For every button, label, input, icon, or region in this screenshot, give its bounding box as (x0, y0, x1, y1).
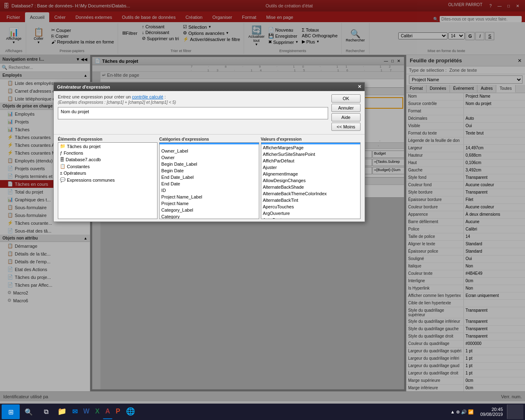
list-item[interactable]: AlignementImage (261, 171, 360, 177)
valeurs-col-label: Valeurs d'expression (261, 137, 361, 142)
list-item[interactable]: ƒFonctions (58, 150, 157, 156)
dialog-overlay: Générateur d'expression ✕ Entrez une exp… (0, 0, 525, 420)
expression-textbox[interactable]: Nom du projet (58, 107, 328, 119)
list-item[interactable]: 💬Expressions communes (58, 176, 157, 183)
clock-time: 20:45 (480, 407, 503, 412)
taskbar-powerpoint[interactable]: P (113, 404, 123, 419)
show-desktop-btn[interactable] (507, 404, 523, 419)
list-item[interactable]: Owner (160, 154, 258, 161)
taskbar-access[interactable]: A (103, 404, 113, 419)
list-item[interactable]: AllowDesignChanges (261, 177, 360, 184)
browser-icon: 🌐 (126, 407, 135, 416)
taskbar-browser[interactable]: 🌐 (123, 404, 137, 419)
taskbar-word[interactable]: W (81, 404, 92, 419)
dialog-body: Entrez une expression pour créer un cont… (54, 91, 365, 134)
list-item[interactable]: ApercuTouches (261, 203, 360, 210)
list-item[interactable]: Project Name (160, 200, 258, 207)
search-taskbar-btn[interactable]: 🔍 (21, 404, 37, 419)
list-item[interactable]: End Date_Label (160, 174, 258, 180)
list-item[interactable]: AfficherMargesPage (261, 144, 360, 151)
taskbar-excel[interactable]: X (93, 404, 102, 419)
elements-col-label: Éléments d'expression (58, 137, 158, 142)
categories-listbox[interactable]: Owner_LabelOwnerBegin Date_LabelBegin Da… (159, 142, 259, 219)
list-item[interactable]: AfficherSurSiteSharePoint (261, 151, 360, 158)
list-item[interactable]: AffichParDéfaut (261, 158, 360, 164)
list-item[interactable]: AlternateBackTint (261, 197, 360, 203)
annuler-btn[interactable]: Annuler (331, 104, 361, 112)
taskview-btn[interactable]: ⧉ (38, 404, 54, 419)
list-item[interactable]: ID (160, 187, 258, 194)
systray-icons: ▲ ⊕ 🔊 📶 (450, 409, 474, 415)
list-item[interactable]: 📋Constantes (58, 163, 157, 170)
aide-btn[interactable]: Aide (331, 113, 361, 121)
taskbar-explorer[interactable]: 📁 (55, 404, 69, 419)
outlook-icon: ✉ (72, 408, 78, 415)
taskbar-outlook[interactable]: ✉ (70, 404, 80, 419)
dialog-three-cols: Éléments d'expression 📁Tâches du projetƒ… (58, 137, 361, 219)
ok-btn[interactable]: OK (331, 94, 361, 103)
list-item[interactable]: AlternateBackShade (261, 184, 360, 190)
clock-date: 09/08/2019 (480, 412, 503, 417)
list-item[interactable]: ±Opérateurs (58, 170, 157, 176)
valeurs-listbox[interactable]: AfficherMargesPageAfficherSurSiteSharePo… (261, 142, 361, 219)
list-item[interactable]: Category_Label (160, 207, 258, 213)
dialog-desc: Entrez une expression pour créer un cont… (58, 94, 328, 99)
dialog-link[interactable]: contrôle calculé (132, 94, 163, 99)
list-item[interactable]: AlternateBackThemeColorIndex (261, 190, 360, 197)
explorer-icon: 📁 (57, 407, 66, 416)
list-item[interactable]: ArgOuverture (261, 210, 360, 217)
list-item[interactable]: 🗄Database7.accdb (58, 156, 157, 163)
categories-col-label: Catégories d'expressions (159, 137, 259, 142)
list-item[interactable]: 📁Tâches du projet (58, 143, 157, 150)
systray: ▲ ⊕ 🔊 📶 (448, 409, 476, 415)
dialog-close-icon[interactable]: ✕ (358, 84, 361, 89)
taskbar-clock[interactable]: 20:45 09/08/2019 (477, 407, 506, 417)
excel-icon: X (95, 408, 100, 415)
dialog-title: Générateur d'expression (57, 84, 110, 89)
taskbar: ⊞ 🔍 ⧉ 📁 ✉ W X A P 🌐 ▲ ⊕ 🔊 📶 20:45 09/08/… (0, 404, 525, 420)
dialog-col-elements: Éléments d'expression 📁Tâches du projetƒ… (58, 137, 158, 219)
start-btn[interactable]: ⊞ (2, 404, 20, 419)
access-icon: A (105, 408, 110, 415)
list-item[interactable]: Category (160, 213, 258, 219)
powerpoint-icon: P (116, 408, 120, 415)
list-item[interactable]: Project Name_Label (160, 194, 258, 200)
list-item[interactable]: Ajuster (261, 164, 360, 171)
moins-btn[interactable]: << Moins (331, 123, 361, 131)
word-icon: W (83, 408, 89, 415)
list-item[interactable]: AutoCentrer (261, 217, 360, 219)
elements-listbox[interactable]: 📁Tâches du projetƒFonctions🗄Database7.ac… (58, 142, 158, 219)
list-item[interactable]: End Date (160, 180, 258, 187)
dialog-col-categories: Catégories d'expressions Owner_LabelOwne… (159, 137, 259, 219)
list-item[interactable]: Begin Date_Label (160, 161, 258, 167)
dialog-buttons: OK Annuler Aide << Moins (331, 94, 361, 131)
dialog-example: (Exemples d'expressions : [champ1] + [ch… (58, 100, 328, 105)
list-item[interactable]: Owner_Label (160, 148, 258, 154)
expression-dialog: Générateur d'expression ✕ Entrez une exp… (53, 82, 365, 222)
dialog-lower: Éléments d'expression 📁Tâches du projetƒ… (54, 134, 365, 221)
dialog-titlebar: Générateur d'expression ✕ (54, 82, 365, 91)
dialog-col-valeurs: Valeurs d'expression AfficherMargesPageA… (261, 137, 361, 219)
list-item[interactable]: Begin Date (160, 167, 258, 174)
